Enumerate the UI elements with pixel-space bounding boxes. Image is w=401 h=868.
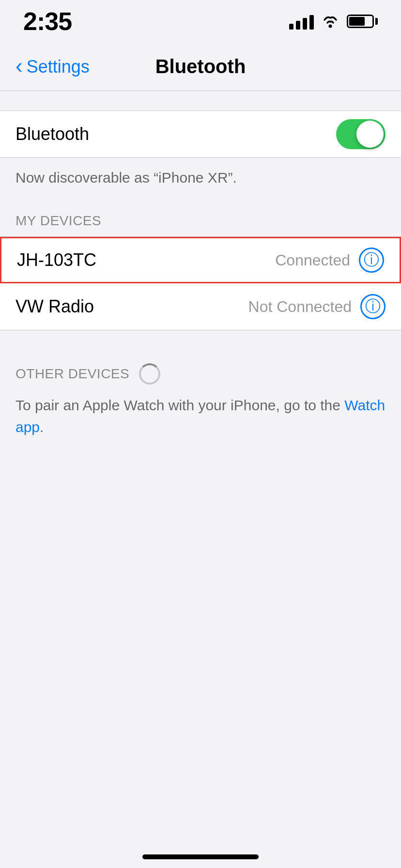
signal-bar-3: [303, 18, 307, 30]
bluetooth-toggle-row: Bluetooth: [0, 111, 401, 157]
device-right-vwradio: Not Connected ⓘ: [248, 294, 386, 319]
device-name-jh103tc: JH-103TC: [17, 250, 96, 270]
bluetooth-toggle-section: Bluetooth: [0, 110, 401, 158]
status-bar: 2:35: [0, 0, 401, 43]
back-label: Settings: [27, 57, 90, 77]
signal-bar-1: [289, 24, 293, 30]
discoverable-text: Now discoverable as “iPhone XR”.: [15, 170, 237, 186]
bluetooth-toggle[interactable]: [336, 119, 386, 149]
bluetooth-label: Bluetooth: [15, 124, 89, 144]
device-row-jh103tc[interactable]: JH-103TC Connected ⓘ: [0, 237, 401, 283]
watch-text-2: .: [40, 419, 44, 435]
info-button-jh103tc[interactable]: ⓘ: [359, 248, 384, 273]
battery-icon: [347, 15, 378, 28]
device-name-vwradio: VW Radio: [15, 296, 94, 317]
svg-point-0: [329, 25, 332, 28]
info-button-vwradio[interactable]: ⓘ: [360, 294, 386, 319]
toggle-container: [336, 119, 386, 149]
other-devices-header-container: OTHER DEVICES: [0, 350, 401, 394]
watch-text-1: To pair an Apple Watch with your iPhone,…: [15, 397, 344, 413]
my-devices-header: MY DEVICES: [0, 202, 401, 236]
my-devices-list: JH-103TC Connected ⓘ VW Radio Not Connec…: [0, 236, 401, 330]
scanning-spinner-icon: [139, 363, 160, 385]
chevron-left-icon: ‹: [15, 55, 23, 77]
middle-spacer: [0, 330, 401, 350]
watch-pairing-text: To pair an Apple Watch with your iPhone,…: [0, 394, 401, 448]
signal-bar-2: [296, 21, 300, 30]
toggle-thumb: [356, 121, 384, 148]
back-button[interactable]: ‹ Settings: [15, 57, 90, 77]
page-title: Bluetooth: [155, 56, 246, 78]
signal-bars-icon: [289, 13, 314, 30]
home-indicator: [142, 854, 259, 859]
top-spacer: [0, 91, 401, 110]
wifi-icon: [321, 14, 340, 29]
info-icon-vwradio: ⓘ: [365, 296, 381, 317]
device-row-vwradio[interactable]: VW Radio Not Connected ⓘ: [0, 283, 401, 330]
signal-bar-4: [309, 15, 314, 30]
nav-bar: ‹ Settings Bluetooth: [0, 43, 401, 91]
other-devices-header: OTHER DEVICES: [15, 366, 129, 382]
status-icons: [289, 13, 378, 30]
discoverable-section: Now discoverable as “iPhone XR”.: [0, 158, 401, 202]
status-time: 2:35: [23, 7, 72, 36]
info-icon-jh103tc: ⓘ: [364, 249, 379, 271]
device-right-jh103tc: Connected ⓘ: [275, 248, 384, 273]
device-status-vwradio: Not Connected: [248, 298, 352, 316]
device-status-jh103tc: Connected: [275, 251, 350, 269]
